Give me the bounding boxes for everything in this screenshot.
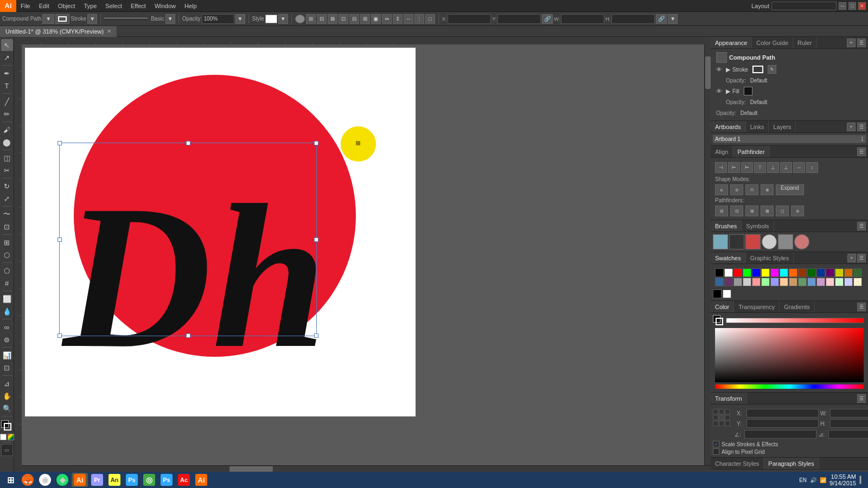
swatch-6[interactable] [770,268,779,277]
transform-w-input[interactable]: 86.518 mm [830,409,868,418]
stroke-box[interactable] [716,318,723,325]
slice-tool[interactable]: ⊿ [1,377,13,389]
stroke-eye-icon[interactable]: 👁 [716,66,724,73]
expand-btn[interactable]: Expand [776,184,804,195]
ref-tc[interactable] [719,409,724,414]
appearance-options-icon[interactable]: ☰ [857,38,866,47]
scrollbar-h-thumb[interactable] [229,466,273,472]
transform-h-input[interactable]: 41.703 mm [830,419,868,428]
tab-transform[interactable]: Transform [711,393,747,404]
opacity-input[interactable] [202,14,234,24]
artboard-item[interactable]: Artboard 1 1 [713,135,866,143]
opacity-dropdown[interactable]: ▼ [235,14,245,24]
ref-bc[interactable] [719,421,724,426]
tab-color[interactable]: Color [711,301,734,312]
swatch-26[interactable] [807,278,816,286]
gradient-tool[interactable]: ⬜ [1,293,13,305]
shear-input[interactable]: 0° [828,430,868,439]
swatch-18[interactable] [733,278,742,286]
live-paint-tool[interactable]: ⬡ [1,249,13,261]
tab-transparency[interactable]: Transparency [734,301,780,312]
trim-btn[interactable]: ⊡ [730,206,743,216]
fill-eye-icon[interactable]: 👁 [716,88,724,94]
align-right-btn[interactable]: ⊢ [741,162,753,173]
align-center-icon[interactable]: ⊟ [317,14,327,24]
scrollbar-v-thumb[interactable] [705,56,711,89]
type-tool[interactable]: T [1,80,13,92]
ref-tr[interactable] [725,409,730,414]
artboards-options-icon[interactable]: ☰ [857,123,866,131]
dist-vert-icon[interactable]: ⊞ [360,14,370,24]
swatch-25[interactable] [798,278,807,286]
arrange-icon[interactable]: □ [425,14,435,24]
symbol-sprayer-tool[interactable]: ⊚ [1,333,13,345]
scrollbar-vertical[interactable] [704,44,711,472]
selection-tool[interactable]: ↖ [1,39,13,51]
x-input[interactable]: 48.255 mm [448,14,491,24]
transform-x-input[interactable]: 48.255 mm [746,409,819,418]
angle-input[interactable]: 0° [744,430,816,439]
swatch-9[interactable] [798,268,807,277]
align-center-v-btn[interactable]: ⊥ [767,162,779,173]
swatch-7[interactable] [780,268,788,277]
swatch-24[interactable] [789,278,797,286]
menu-help[interactable]: Help [180,0,201,11]
animate-btn[interactable]: An [106,473,123,487]
swatch-16[interactable] [715,278,724,286]
menu-window[interactable]: Window [150,0,180,11]
merge-btn[interactable]: ⊞ [745,206,758,216]
h-input[interactable]: 41.703 mm [611,14,655,24]
swatch-23[interactable] [780,278,788,286]
swatch-21[interactable] [761,278,770,286]
align-circle-icon[interactable] [295,15,305,23]
app3-btn[interactable]: ◈ [54,473,71,487]
eraser-tool[interactable]: ◫ [1,152,13,164]
white-swatch[interactable] [723,290,731,298]
swatch-11[interactable] [816,268,825,277]
unite-btn[interactable]: ⊎ [715,184,728,195]
app8-btn[interactable]: ◎ [141,473,157,487]
align-top-btn[interactable]: ⊤ [754,162,766,173]
tab-color-guide[interactable]: Color Guide [752,37,793,48]
warp-tool[interactable]: 〜 [1,208,13,220]
brush-3[interactable] [745,234,761,249]
style-swatch[interactable] [265,15,277,23]
swatch-0[interactable] [715,268,724,277]
fill-stroke-colors[interactable] [1,420,13,432]
align-left-icon[interactable]: ⊞ [306,14,316,24]
mesh-tool[interactable]: # [1,277,13,289]
align-center-h-btn[interactable]: ⊢ [728,162,740,173]
tab-brushes[interactable]: Brushes [711,220,742,232]
dist-vert-btn[interactable]: ↕ [806,162,818,173]
align-top-icon[interactable]: ⊡ [339,14,348,24]
swatch-13[interactable] [835,268,844,277]
dist-horiz-btn[interactable]: ↔ [793,162,805,173]
swatch-17[interactable] [724,278,733,286]
tab-layers[interactable]: Layers [769,121,796,132]
stroke-icon[interactable] [55,14,69,24]
minus-front-btn[interactable]: ⊝ [730,184,743,195]
document-tab[interactable]: Untitled-1* @ 318% (CMYK/Preview) ✕ [0,26,117,37]
swatch-22[interactable] [770,278,779,286]
scrollbar-horizontal[interactable] [22,465,711,472]
swatch-30[interactable] [844,278,853,286]
zoom-tool[interactable]: 🔍 [1,402,13,414]
brush-6[interactable] [794,234,809,249]
brush-4[interactable] [762,234,777,249]
perspective-tool[interactable]: ⬠ [1,265,13,277]
pf-options-icon[interactable]: ☰ [857,147,866,156]
color-gradient-bar[interactable] [726,318,864,323]
menu-select[interactable]: Select [101,0,126,11]
ref-tl[interactable] [713,409,718,414]
color-options-icon[interactable]: ☰ [857,303,866,311]
stroke-icon2[interactable]: ✎ [768,65,776,74]
tab-character-styles[interactable]: Character Styles [711,458,764,469]
graph-tool[interactable]: 📊 [1,349,13,361]
align-pixel-checkbox[interactable] [713,448,719,455]
illustrator-btn[interactable]: Ai [72,473,88,487]
more-transform-icon[interactable]: ▼ [668,14,678,24]
menu-edit[interactable]: Edit [35,0,54,11]
artboard-tool[interactable]: ⊡ [1,362,13,374]
transform-options-icon[interactable]: ☰ [857,394,866,403]
ref-br[interactable] [725,421,730,426]
